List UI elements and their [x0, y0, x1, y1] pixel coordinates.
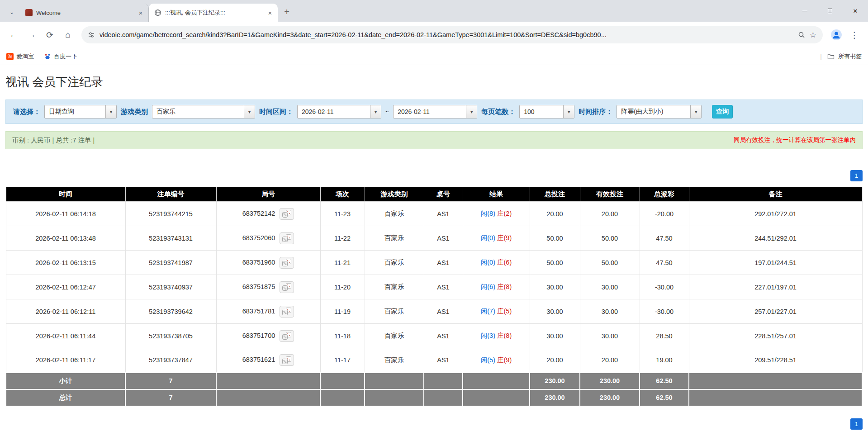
cell-payout: 19.00: [640, 348, 689, 373]
page-size-label: 每页笔数：: [481, 108, 515, 116]
table-header-cell: 总投注: [530, 187, 580, 202]
result-banker: 庄(5): [497, 308, 512, 315]
sort-value: 降幂(由大到小): [617, 108, 690, 116]
table-header-row: 时间注单编号局号场次游戏类别桌号结果总投注有效投注总派彩备注: [6, 187, 862, 202]
cell-session: 11-19: [320, 299, 365, 324]
chevron-down-icon[interactable]: ▾: [466, 105, 477, 118]
address-bar[interactable]: videoie.com/game/betrecord_search/kind3?…: [81, 26, 823, 43]
cell-total-bet[interactable]: 50.00: [530, 226, 580, 251]
dice-icon[interactable]: [280, 232, 294, 244]
cell-table-no: AS1: [424, 324, 463, 348]
browser-menu-button[interactable]: ⋮: [846, 27, 863, 43]
sort-select[interactable]: 降幂(由大到小) ▾: [617, 105, 702, 118]
cell-total-bet[interactable]: 30.00: [530, 324, 580, 348]
summary-bar: 币别 : 人民币 | 总共 :7 注单 | 同局有效投注，统一计算在该局第一张注…: [5, 131, 863, 149]
cell-round-id: 683752060: [216, 226, 320, 251]
maximize-button[interactable]: [817, 0, 843, 22]
chevron-down-icon[interactable]: ▾: [105, 105, 116, 118]
table-header-cell: 备注: [689, 187, 862, 202]
close-window-button[interactable]: ✕: [843, 0, 868, 22]
back-button[interactable]: ←: [5, 27, 22, 43]
cell-table-no: AS1: [424, 299, 463, 324]
tab-label: Welcome: [36, 9, 133, 16]
game-kind-select[interactable]: 百家乐 ▾: [152, 105, 255, 118]
cell-payout: 47.50: [640, 226, 689, 251]
reload-button[interactable]: ⟳: [42, 27, 58, 43]
subtotal-label: 小计: [6, 373, 125, 389]
query-type-value: 日期查询: [45, 108, 105, 116]
date-end-input[interactable]: 2026-02-11 ▾: [393, 105, 477, 118]
cell-session: 11-21: [320, 251, 365, 275]
profile-avatar[interactable]: [828, 27, 844, 43]
round-id-text: 683752142: [242, 209, 275, 217]
cell-total-bet[interactable]: 20.00: [530, 348, 580, 373]
summary-text: 币别 : 人民币 | 总共 :7 注单 |: [12, 136, 95, 145]
search-button[interactable]: 查询: [712, 105, 733, 118]
dice-icon[interactable]: [280, 281, 294, 293]
subtotal-valid-bet: 230.00: [580, 373, 640, 389]
chevron-down-icon[interactable]: ▾: [370, 105, 381, 118]
dice-icon[interactable]: [280, 257, 294, 269]
minimize-icon: [802, 11, 807, 11]
chevron-down-icon[interactable]: ▾: [690, 105, 701, 118]
date-range-label: 时间区间：: [259, 108, 293, 116]
page-button-1[interactable]: 1: [850, 170, 863, 181]
tab-close-icon[interactable]: ×: [137, 9, 145, 17]
tab-close-icon[interactable]: ×: [266, 9, 274, 17]
date-start-input[interactable]: 2026-02-11 ▾: [297, 105, 381, 118]
table-row: 2026-02-11 06:12:11 523193739642 6837517…: [6, 299, 862, 324]
page-size-value: 100: [520, 108, 563, 115]
result-player: 闲(0): [481, 259, 495, 266]
empty-cell: [216, 373, 320, 389]
cell-time: 2026-02-11 06:12:47: [6, 275, 125, 299]
tab-search-button[interactable]: ⌄: [5, 5, 18, 18]
dice-icon[interactable]: [280, 330, 294, 342]
bookmark-baidu[interactable]: 百度一下: [44, 52, 77, 61]
cell-total-bet[interactable]: 20.00: [530, 202, 580, 226]
cell-total-bet[interactable]: 30.00: [530, 275, 580, 299]
table-body: 2026-02-11 06:14:18 523193744215 6837521…: [6, 202, 862, 373]
dice-icon[interactable]: [280, 306, 294, 318]
page-button-1[interactable]: 1: [850, 418, 863, 430]
bookmarks-right: | 所有书签: [820, 52, 862, 61]
minimize-button[interactable]: [792, 0, 817, 22]
cell-total-bet[interactable]: 50.00: [530, 251, 580, 275]
cell-remark: 257.01/227.01: [689, 299, 862, 324]
summary-warning-text: 同局有效投注，统一计算在该局第一张注单内: [734, 136, 856, 144]
dice-icon[interactable]: [280, 354, 294, 366]
bookmark-star-icon[interactable]: ☆: [810, 30, 816, 40]
dice-icon[interactable]: [280, 208, 294, 220]
total-count: 7: [125, 389, 216, 406]
home-button[interactable]: ⌂: [60, 27, 76, 43]
tab-welcome[interactable]: Welcome ×: [20, 4, 149, 22]
subtotal-count: 7: [125, 373, 216, 389]
cell-round-id: 683751700: [216, 324, 320, 348]
forward-button[interactable]: →: [24, 27, 40, 43]
table-header-cell: 结果: [463, 187, 530, 202]
new-tab-button[interactable]: +: [280, 5, 293, 18]
all-bookmarks-label[interactable]: 所有书签: [838, 52, 862, 61]
result-banker: 庄(8): [497, 283, 512, 290]
chevron-down-icon[interactable]: ▾: [563, 105, 574, 118]
query-type-select[interactable]: 日期查询 ▾: [44, 105, 117, 118]
cell-total-bet[interactable]: 30.00: [530, 299, 580, 324]
empty-cell: [320, 373, 365, 389]
folder-icon: [827, 53, 835, 60]
welcome-favicon-icon: [25, 9, 33, 16]
zoom-icon[interactable]: [798, 31, 805, 38]
table-header-cell: 有效投注: [580, 187, 640, 202]
sort-label: 时间排序：: [579, 108, 612, 116]
table-row: 2026-02-11 06:12:47 523193740937 6837518…: [6, 275, 862, 299]
tab-strip: ⌄ Welcome × :::视讯, 会员下注纪录::: × + ✕: [0, 0, 868, 22]
url-text[interactable]: videoie.com/game/betrecord_search/kind3?…: [100, 31, 793, 38]
browser-toolbar: ← → ⟳ ⌂ videoie.com/game/betrecord_searc…: [0, 22, 868, 48]
chevron-down-icon[interactable]: ▾: [244, 105, 255, 118]
cell-valid-bet: 50.00: [580, 251, 640, 275]
tab-betrecord[interactable]: :::视讯, 会员下注纪录::: ×: [149, 4, 278, 22]
bookmark-aitaobao[interactable]: 淘 爱淘宝: [6, 52, 34, 61]
empty-cell: [365, 373, 424, 389]
page-size-select[interactable]: 100 ▾: [519, 105, 574, 118]
site-info-icon[interactable]: [88, 31, 95, 38]
cell-time: 2026-02-11 06:12:11: [6, 299, 125, 324]
result-player: 闲(3): [481, 332, 495, 339]
